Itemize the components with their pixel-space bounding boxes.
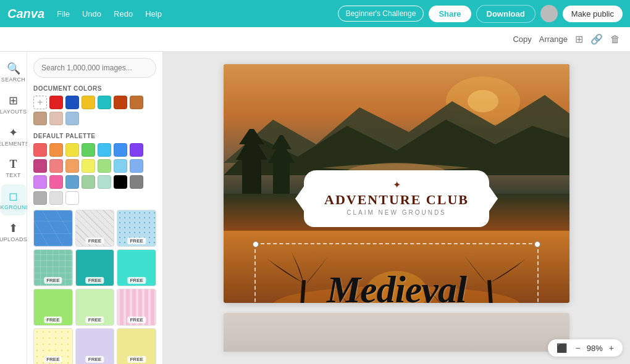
sidebar-label-bkground: BKGROUND — [0, 204, 30, 210]
color-swatch[interactable] — [98, 96, 111, 109]
sidebar-item-search[interactable]: 🔍 SEARCH — [1, 57, 26, 88]
copy-button[interactable]: Copy — [513, 35, 531, 44]
color-swatch[interactable] — [33, 191, 47, 205]
sidebar-label-search: SEARCH — [1, 77, 25, 83]
color-swatch[interactable] — [114, 159, 127, 173]
bg-item[interactable]: FREE — [117, 210, 156, 247]
search-input[interactable] — [33, 58, 156, 78]
bg-item[interactable]: FREE — [33, 289, 73, 326]
color-swatch[interactable] — [82, 143, 95, 157]
bg-item[interactable]: FREE — [117, 328, 156, 364]
sidebar-item-uploads[interactable]: ⬆ UPLOADS — [1, 217, 26, 247]
bg-item[interactable]: FREE — [117, 249, 156, 286]
arrange-button[interactable]: Arrange — [539, 35, 568, 44]
sidebar-item-text[interactable]: T TEXT — [1, 153, 26, 183]
color-swatch[interactable] — [49, 159, 63, 173]
sidebar-icons: 🔍 SEARCH ⊞ LAYOUTS ✦ ELEMENTS T TEXT ◻ B… — [0, 52, 27, 364]
uploads-icon: ⬆ — [9, 221, 18, 235]
document-colors-grid: + — [33, 96, 156, 125]
color-swatch[interactable] — [65, 96, 79, 109]
menu-undo[interactable]: Undo — [77, 7, 106, 21]
color-swatch[interactable] — [65, 191, 79, 205]
ribbon-star: ✦ — [321, 179, 472, 191]
secondbar: Copy Arrange ⊞ 🔗 🗑 — [0, 27, 630, 52]
sidebar-item-bkground[interactable]: ◻ BKGROUND — [1, 184, 26, 215]
topbar: Canva File Undo Redo Help Beginner's Cha… — [0, 0, 630, 27]
color-swatch[interactable] — [65, 175, 79, 189]
bg-item[interactable]: FREE — [75, 289, 115, 326]
link-icon[interactable]: 🔗 — [590, 33, 603, 45]
color-swatch[interactable] — [130, 143, 143, 157]
color-swatch[interactable] — [49, 112, 63, 125]
main: 🔍 SEARCH ⊞ LAYOUTS ✦ ELEMENTS T TEXT ◻ B… — [0, 52, 630, 364]
bg-item[interactable]: FREE — [75, 210, 115, 247]
color-swatch[interactable] — [65, 159, 79, 173]
challenge-button[interactable]: Beginner's Challenge — [338, 6, 424, 22]
color-swatch[interactable] — [98, 175, 111, 189]
download-button[interactable]: Download — [476, 5, 536, 23]
topbar-left: Canva File Undo Redo Help — [7, 7, 167, 21]
color-swatch[interactable] — [82, 96, 95, 109]
search-icon: 🔍 — [7, 62, 20, 75]
color-swatch[interactable] — [82, 175, 95, 189]
default-palette-grid — [33, 143, 156, 205]
zoom-level: 98% — [587, 344, 603, 353]
color-swatch[interactable] — [49, 175, 63, 189]
color-swatch[interactable] — [98, 159, 111, 173]
svg-point-2 — [468, 90, 498, 112]
text-icon: T — [9, 158, 17, 171]
bg-item[interactable]: FREE — [75, 249, 115, 286]
topbar-menu: File Undo Redo Help — [52, 7, 167, 21]
make-public-button[interactable]: Make public — [563, 6, 623, 22]
color-swatch[interactable] — [33, 112, 47, 125]
color-swatch[interactable] — [82, 159, 95, 173]
design-card-2 — [224, 313, 569, 352]
zoom-in-button[interactable]: + — [607, 342, 616, 354]
bkground-icon: ◻ — [9, 189, 18, 203]
menu-help[interactable]: Help — [140, 7, 167, 21]
share-button[interactable]: Share — [429, 6, 471, 22]
sidebar-item-layouts[interactable]: ⊞ LAYOUTS — [1, 89, 26, 120]
color-swatch[interactable] — [33, 175, 47, 189]
sidebar-label-text: TEXT — [6, 172, 20, 178]
background-grid: FREE FREE FREE FREE FREE FREE FREE FREE … — [33, 210, 156, 364]
avatar[interactable] — [540, 5, 558, 22]
color-swatch[interactable] — [49, 143, 63, 157]
color-swatch[interactable] — [130, 175, 143, 189]
zoom-out-button[interactable]: − — [573, 342, 583, 354]
bg-item[interactable]: FREE — [75, 328, 115, 364]
color-swatch[interactable] — [98, 143, 111, 157]
grid-icon[interactable]: ⊞ — [575, 33, 583, 45]
color-swatch[interactable] — [33, 159, 47, 173]
color-swatch[interactable] — [114, 143, 127, 157]
card-subtitle: CLAIM NEW GROUNDS — [321, 209, 472, 216]
sidebar-item-elements[interactable]: ✦ ELEMENTS — [1, 121, 26, 152]
sidebar-label-layouts: LAYOUTS — [0, 109, 27, 115]
elements-icon: ✦ — [9, 126, 18, 139]
trash-icon[interactable]: 🗑 — [610, 34, 620, 45]
medieval-text[interactable]: Medieval — [327, 268, 466, 303]
menu-file[interactable]: File — [52, 7, 75, 21]
panel: DOCUMENT COLORS + DEFAULT PALETTE — [27, 52, 163, 364]
color-swatch[interactable] — [33, 143, 47, 157]
color-swatch[interactable] — [49, 96, 63, 109]
canvas-area[interactable]: ✦ ADVENTURE CLUB CLAIM NEW GROUNDS — [163, 52, 630, 364]
bg-item[interactable]: FREE — [33, 328, 73, 364]
presentation-button[interactable]: ⬛ — [554, 342, 569, 354]
color-swatch[interactable] — [65, 112, 79, 125]
color-swatch[interactable] — [49, 191, 63, 205]
sidebar-label-uploads: UPLOADS — [0, 236, 27, 242]
bg-item[interactable]: FREE — [33, 249, 73, 286]
topbar-right: Beginner's Challenge Share Download Make… — [338, 5, 623, 23]
color-swatch[interactable] — [65, 143, 79, 157]
bottom-toolbar: ⬛ − 98% + — [548, 339, 623, 357]
menu-redo[interactable]: Redo — [109, 7, 138, 21]
color-swatch[interactable] — [130, 96, 143, 109]
canva-logo: Canva — [7, 7, 44, 21]
color-swatch[interactable] — [130, 159, 143, 173]
add-color-button[interactable]: + — [33, 96, 47, 109]
color-swatch[interactable] — [114, 96, 127, 109]
color-swatch[interactable] — [114, 175, 127, 189]
bg-item[interactable] — [33, 210, 73, 247]
bg-item[interactable]: FREE — [117, 289, 156, 326]
